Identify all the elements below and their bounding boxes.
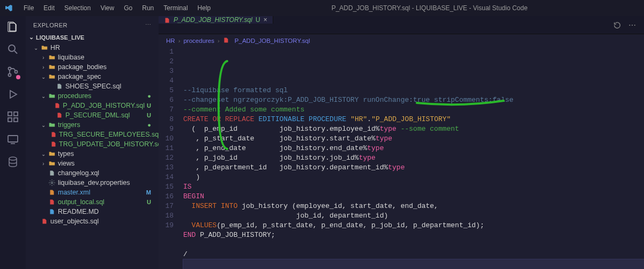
folder-package-spec[interactable]: ⌄package_spec: [26, 72, 159, 81]
more-icon[interactable]: ⋯: [145, 21, 152, 28]
code-line[interactable]: job_id, department_id): [183, 211, 644, 221]
svg-point-13: [634, 25, 635, 26]
file-output-local-sql[interactable]: output_local.sqlU: [26, 197, 159, 207]
file-icon: [54, 102, 61, 109]
close-icon[interactable]: ×: [264, 16, 267, 24]
breadcrumb-separator: ›: [178, 38, 181, 44]
svg-rect-4: [8, 112, 12, 116]
breadcrumb-item[interactable]: P_ADD_JOB_HISTORY.sql: [235, 38, 310, 44]
editor-tab[interactable]: P_ADD_JOB_HISTORY.sqlU×: [159, 16, 273, 24]
remote-icon[interactable]: [6, 133, 19, 146]
code-lines[interactable]: --liquibase formatted sql--changeset ngr…: [180, 47, 644, 269]
code-line[interactable]: --comment Added some comments: [183, 105, 644, 115]
workspace-section[interactable]: ⌄ LIQUIBASE_LIVE: [26, 32, 159, 43]
code-line[interactable]: VALUES(p_emp_id, p_start_date, p_end_dat…: [183, 221, 644, 230]
folder-views[interactable]: ›views: [26, 159, 159, 168]
code-line[interactable]: --changeset ngrzegorczyk:P_ADD_JOB_HISTO…: [183, 95, 644, 105]
code-line[interactable]: IS: [183, 182, 644, 192]
file-trg-secure-employees-sql[interactable]: TRG_SECURE_EMPLOYEES.sqlU: [26, 130, 159, 139]
tree-label: liquibase: [58, 54, 84, 61]
file-shoes-spec-sql[interactable]: SHOES_SPEC.sql: [26, 81, 159, 91]
folder-package-bodies[interactable]: ›package_bodies: [26, 62, 159, 72]
line-number: 9: [159, 124, 174, 134]
code-line[interactable]: END P_ADD_JOB_HISTORY;: [183, 230, 644, 240]
line-number: 3: [159, 66, 174, 76]
search-icon[interactable]: [6, 43, 19, 56]
menu-edit[interactable]: Edit: [39, 2, 59, 14]
code-line[interactable]: INSERT INTO job_history (employee_id, st…: [183, 201, 644, 211]
code-line[interactable]: [183, 240, 644, 250]
chevron-icon: ⌄: [33, 45, 39, 51]
go-back-icon[interactable]: [613, 21, 621, 29]
folder-types[interactable]: ⌄types: [26, 149, 159, 159]
menu-help[interactable]: Help: [193, 2, 215, 14]
file-user-objects-sql[interactable]: user_objects.sql: [26, 216, 159, 226]
tree-label: types: [58, 150, 74, 158]
code-line[interactable]: ( p_emp_id job_history.employee_id%type …: [183, 124, 644, 134]
database-icon[interactable]: [6, 155, 19, 168]
files-icon[interactable]: [6, 20, 19, 33]
tree-label: package_bodies: [58, 63, 107, 71]
code-line[interactable]: , p_start_date job_history.start_date%ty…: [183, 134, 644, 144]
code-line[interactable]: , p_job_id job_history.job_id%type: [183, 153, 644, 163]
file-trg-update-job-history-sql[interactable]: TRG_UPDATE_JOB_HISTORY.sqlU: [26, 139, 159, 149]
breadcrumb-item[interactable]: HR: [166, 38, 175, 44]
svg-rect-7: [14, 118, 18, 122]
breadcrumb-item[interactable]: procedures: [183, 38, 214, 44]
file-liquibase-dev-properties[interactable]: liquibase_dev.properties: [26, 178, 159, 188]
svg-point-2: [9, 74, 11, 77]
code-line[interactable]: /: [183, 250, 644, 259]
menu-terminal[interactable]: Terminal: [159, 2, 192, 14]
titlebar: FileEditSelectionViewGoRunTerminalHelp P…: [0, 0, 644, 16]
folder-hr[interactable]: ⌄HR: [26, 43, 159, 53]
folder-icon: [48, 54, 56, 61]
debug-icon[interactable]: [6, 88, 19, 101]
file-master-xml[interactable]: master.xmlM: [26, 188, 159, 197]
tab-modified-badge: U: [256, 16, 260, 24]
file-icon: [48, 169, 56, 177]
extensions-icon[interactable]: [6, 110, 19, 123]
code-editor[interactable]: 12345678910111213141516171819 --liquibas…: [159, 47, 644, 269]
window-title: P_ADD_JOB_HISTORY.sql - LIQUIBASE_LIVE -…: [215, 4, 644, 12]
line-number: 11: [159, 144, 174, 153]
menu-view[interactable]: View: [96, 2, 118, 14]
file-changelog-xql[interactable]: changelog.xql: [26, 168, 159, 178]
more-actions-icon[interactable]: [628, 21, 636, 29]
svg-point-1: [9, 68, 11, 70]
menu-run[interactable]: Run: [138, 2, 158, 14]
menu-go[interactable]: Go: [119, 2, 137, 14]
code-line[interactable]: , p_end_date job_history.end_date%type: [183, 144, 644, 153]
svg-point-9: [9, 157, 17, 160]
menu-bar: FileEditSelectionViewGoRunTerminalHelp: [17, 2, 215, 14]
tree-label: HR: [50, 44, 60, 51]
git-status-badge: ●: [147, 122, 156, 128]
folder-icon: [41, 44, 48, 51]
file-p-add-job-history-sql[interactable]: P_ADD_JOB_HISTORY.sqlU: [26, 101, 159, 110]
file-p-secure-dml-sql[interactable]: P_SECURE_DML.sqlU: [26, 110, 159, 120]
line-number: 6: [159, 95, 174, 105]
tab-label: P_ADD_JOB_HISTORY.sql: [174, 16, 252, 24]
folder-liquibase[interactable]: ›liquibase: [26, 53, 159, 62]
svg-point-12: [632, 25, 633, 26]
file-tree: ⌄HR›liquibase›package_bodies⌄package_spe…: [26, 43, 159, 226]
code-line[interactable]: BEGIN: [183, 192, 644, 201]
tree-label: output_local.sql: [58, 198, 104, 206]
code-line[interactable]: CREATE OR REPLACE EDITIONABLE PROCEDURE …: [183, 115, 644, 124]
menu-selection[interactable]: Selection: [60, 2, 95, 14]
code-line[interactable]: ): [183, 173, 644, 182]
file-readme-md[interactable]: README.MD: [26, 207, 159, 216]
code-line[interactable]: [183, 259, 644, 269]
menu-file[interactable]: File: [19, 2, 38, 14]
line-number: 15: [159, 182, 174, 192]
breadcrumbs[interactable]: HR›procedures›P_ADD_JOB_HISTORY.sql: [159, 34, 644, 47]
badge-dot: [16, 75, 20, 79]
line-gutter: 12345678910111213141516171819: [159, 47, 180, 269]
editor-group: P_ADD_JOB_HISTORY.sqlU× HR›procedures›P_…: [159, 16, 644, 269]
source-control-icon[interactable]: [6, 65, 19, 78]
svg-point-0: [9, 45, 15, 51]
folder-procedures[interactable]: ⌄procedures●: [26, 91, 159, 101]
code-line[interactable]: --liquibase formatted sql: [183, 86, 644, 95]
folder-triggers[interactable]: ⌄triggers●: [26, 120, 159, 130]
svg-point-10: [51, 182, 53, 184]
code-line[interactable]: , p_department_id job_history.department…: [183, 163, 644, 173]
